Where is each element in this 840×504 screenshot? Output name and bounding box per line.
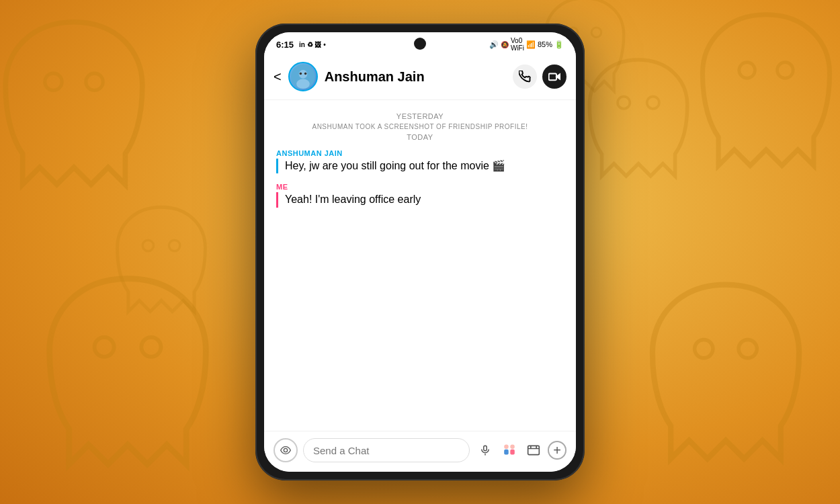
svg-point-18 bbox=[304, 73, 306, 75]
svg-point-11 bbox=[169, 240, 179, 251]
svg-rect-19 bbox=[549, 74, 556, 81]
status-network-icon: 📶 bbox=[526, 40, 536, 49]
day-label: YESTERDAY bbox=[276, 112, 564, 120]
status-time: 6:15 in ♻ 🖼 • bbox=[276, 40, 326, 50]
camera-notch bbox=[414, 38, 426, 50]
svg-point-13 bbox=[591, 28, 601, 38]
screenshot-notice: ANSHUMAN TOOK A SCREENSHOT OF FRIENDSHIP… bbox=[276, 123, 564, 130]
status-app-icons: in ♻ 🖼 • bbox=[299, 41, 326, 48]
status-signal-icon: 🔊 bbox=[489, 40, 499, 49]
message-block-1: ANSHUMAN JAIN Hey, jw are you still goin… bbox=[276, 149, 564, 173]
chat-input[interactable] bbox=[303, 438, 470, 462]
svg-point-4 bbox=[739, 62, 755, 79]
status-wifi-icon: Vo0WiFi bbox=[511, 37, 524, 52]
sender-label-2: ME bbox=[276, 183, 564, 191]
snap-button[interactable] bbox=[523, 440, 544, 460]
input-actions: + bbox=[475, 440, 566, 460]
chat-input-bar: + bbox=[264, 431, 576, 472]
message-block-2: ME Yeah! I'm leaving office early bbox=[276, 183, 564, 207]
avatar[interactable] bbox=[288, 62, 318, 91]
message-text-1: Hey, jw are you still going out for the … bbox=[276, 159, 564, 173]
svg-point-26 bbox=[510, 445, 515, 450]
svg-point-24 bbox=[504, 445, 509, 450]
svg-point-16 bbox=[296, 79, 310, 89]
message-text-2: Yeah! I'm leaving office early bbox=[276, 192, 564, 207]
svg-rect-27 bbox=[510, 450, 515, 455]
contact-name[interactable]: Anshuman Jain bbox=[325, 69, 506, 85]
svg-point-10 bbox=[142, 240, 153, 251]
add-button[interactable]: + bbox=[548, 441, 566, 460]
back-button[interactable]: < bbox=[274, 69, 282, 85]
status-battery: 85% bbox=[538, 40, 552, 48]
svg-rect-28 bbox=[528, 446, 540, 454]
svg-point-2 bbox=[95, 337, 114, 357]
status-battery-icon: 🔋 bbox=[554, 40, 564, 49]
today-label: TODAY bbox=[276, 133, 564, 141]
chat-body: YESTERDAY ANSHUMAN TOOK A SCREENSHOT OF … bbox=[264, 100, 576, 431]
sender-label-1: ANSHUMAN JAIN bbox=[276, 149, 564, 157]
svg-point-6 bbox=[695, 339, 713, 358]
svg-point-3 bbox=[141, 337, 161, 357]
chat-header: < Anshuman Jain bbox=[264, 56, 576, 100]
svg-point-5 bbox=[778, 62, 794, 79]
sticker-button[interactable] bbox=[499, 440, 519, 460]
svg-point-7 bbox=[739, 339, 757, 358]
svg-point-0 bbox=[45, 73, 62, 90]
phone-frame: 6:15 in ♻ 🖼 • 🔊 🔕 Vo0WiFi 📶 85% 🔋 < bbox=[255, 24, 585, 480]
camera-button[interactable] bbox=[274, 438, 298, 462]
header-actions bbox=[513, 65, 566, 89]
status-mute-icon: 🔕 bbox=[501, 41, 509, 48]
status-right-icons: 🔊 🔕 Vo0WiFi 📶 85% 🔋 bbox=[489, 37, 564, 52]
svg-point-1 bbox=[86, 73, 103, 90]
video-call-button[interactable] bbox=[542, 65, 566, 89]
svg-point-9 bbox=[647, 97, 659, 109]
svg-point-21 bbox=[284, 448, 287, 452]
svg-rect-22 bbox=[484, 446, 487, 451]
svg-point-17 bbox=[299, 73, 302, 75]
mic-button[interactable] bbox=[475, 440, 495, 460]
svg-rect-25 bbox=[504, 450, 509, 455]
call-button[interactable] bbox=[513, 65, 537, 89]
phone-screen: 6:15 in ♻ 🖼 • 🔊 🔕 Vo0WiFi 📶 85% 🔋 < bbox=[264, 32, 576, 472]
